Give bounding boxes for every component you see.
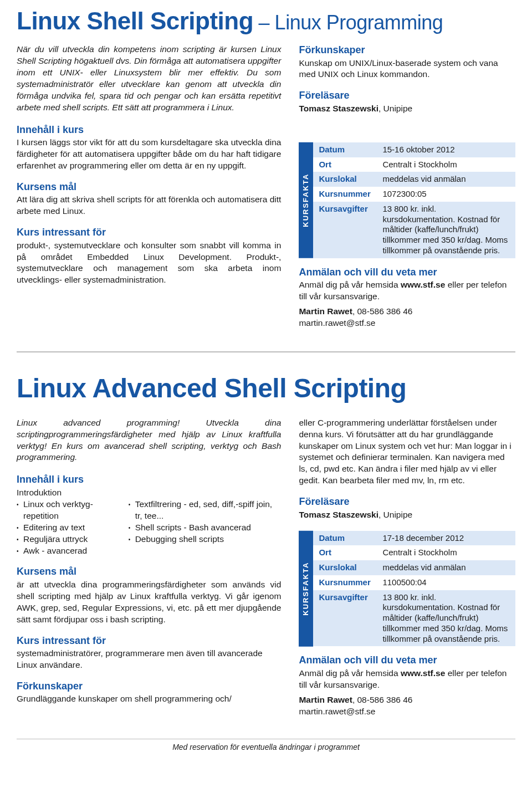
course2-list-col2: Textfiltrering - ed, sed, diff,-spiff jo…: [129, 499, 282, 557]
course2-anmalan-site: www.stf.se: [401, 668, 445, 678]
fakta-row-datum: Datum15-16 oktober 2012: [313, 142, 515, 157]
course2-anmalan-body: Anmäl dig på vår hemsida www.stf.se elle…: [299, 668, 515, 691]
fakta-row-kursavgifter: Kursavgifter13 800 kr. inkl. kursdokumen…: [313, 590, 515, 647]
course2-intressant-heading: Kurs intressant för: [17, 635, 281, 647]
list-item: Textfiltrering - ed, sed, diff,-spiff jo…: [129, 499, 282, 522]
course1-forkunskaper-heading: Förkunskaper: [299, 44, 515, 57]
kursfakta-tab-label: KURSFAKTA: [299, 531, 313, 647]
course2-innehall-heading: Innehåll i kurs: [17, 473, 281, 486]
course2-left-column: Linux advanced programming! Utveckla din…: [17, 417, 281, 718]
course2-forelasare-body: Tomasz Staszewski, Unipipe: [299, 509, 515, 521]
course1-anmalan-body: Anmäl dig på vår hemsida www.stf.se elle…: [299, 279, 515, 303]
fakta-row-datum: Datum17-18 december 2012: [313, 531, 515, 546]
course1-innehall-heading: Innehåll i kurs: [17, 124, 281, 136]
fakta-row-kurslokal: Kurslokalmeddelas vid anmälan: [313, 172, 515, 187]
course1-contact: Martin Rawet, 08-586 386 46 martin.rawet…: [299, 306, 515, 329]
course1-title-main: Linux Shell Scripting: [17, 7, 253, 34]
list-item: Linux och verktyg­repetition: [17, 499, 112, 522]
course1-intressant-heading: Kurs intressant för: [17, 226, 281, 239]
course1-forkunskaper-body: Kunskap om UNIX/Linux-baserade system oc…: [299, 58, 515, 81]
course1-anmalan-heading: Anmälan och vill du veta mer: [299, 266, 515, 279]
course2-contact-email: martin.rawet@stf.se: [299, 707, 375, 716]
fakta-row-ort: OrtCentralt i Stockholm: [313, 157, 515, 172]
list-item: Reguljära uttryck: [17, 534, 112, 545]
fakta-row-kurslokal: Kurslokalmeddelas vid anmälan: [313, 560, 515, 575]
course1-forelasare-body: Tomasz Staszewski, Unipipe: [299, 103, 515, 115]
course2-list-col1: Linux och verktyg­repetition Editering a…: [17, 499, 112, 557]
course2-innehall-intro: Introduktion: [17, 487, 281, 499]
course2-forkunskaper-left: Grundläggande kunskaper om shell program…: [17, 693, 281, 705]
course1-innehall-body: I kursen läggs stor vikt för att du som …: [17, 137, 281, 172]
course1-right-column: Förkunskaper Kunskap om UNIX/Linux-baser…: [299, 44, 515, 329]
course2-mal-heading: Kursens mål: [17, 565, 281, 578]
course1-fakta-table: Datum15-16 oktober 2012 OrtCentralt i St…: [313, 142, 515, 258]
course1-forelasare-heading: Föreläsare: [299, 89, 515, 102]
fakta-row-ort: OrtCentralt i Stockholm: [313, 545, 515, 560]
course2-forelasare-org: , Unipipe: [378, 510, 412, 519]
fakta-row-kursnummer: Kursnummer1072300:05: [313, 187, 515, 202]
course2-anmalan-heading: Anmälan och vill du veta mer: [299, 654, 515, 667]
course1-title-sub: – Linux Programming: [253, 11, 443, 34]
course2-intressant-body: systemadministratörer, programmerare men…: [17, 648, 281, 671]
course1-contact-phone: , 08-586 386 46: [352, 306, 413, 316]
course1-kursfakta: KURSFAKTA Datum15-16 oktober 2012 OrtCen…: [299, 142, 515, 258]
course-linux-advanced-shell-scripting: Linux Advanced Shell Scripting Linux adv…: [17, 366, 515, 734]
kursfakta-tab-label: KURSFAKTA: [299, 142, 313, 258]
course2-right-column: eller C-programmering underlättar förstå…: [299, 417, 515, 718]
fakta-row-kursnummer: Kursnummer1100500:04: [313, 575, 515, 590]
course1-intro: När du vill utveckla din kompetens inom …: [17, 44, 281, 114]
course2-forkunskaper-right: eller C-programmering underlättar förstå…: [299, 417, 515, 487]
course1-left-column: När du vill utveckla din kompetens inom …: [17, 44, 281, 329]
course1-intressant-body: produkt-, systemutvecklare och konsulter…: [17, 240, 281, 287]
divider: [17, 351, 515, 352]
list-item: Awk - avancerad: [17, 545, 112, 557]
course1-forelasare-org: , Unipipe: [378, 104, 412, 113]
list-item: Editering av text: [17, 522, 112, 534]
course2-forelasare-heading: Föreläsare: [299, 495, 515, 508]
footer-disclaimer: Med reservation för eventuella ändringar…: [17, 739, 515, 756]
course2-contact-phone: , 08-586 386 46: [352, 695, 413, 704]
list-item: Debugging shell scripts: [129, 534, 282, 545]
course1-title: Linux Shell Scripting – Linux Programmin…: [17, 6, 515, 36]
course2-kursfakta: KURSFAKTA Datum17-18 december 2012 OrtCe…: [299, 531, 515, 647]
course1-anmalan-site: www.stf.se: [401, 280, 445, 289]
course2-forkunskaper-heading: Förkunskaper: [17, 680, 281, 693]
course2-title: Linux Advanced Shell Scripting: [17, 372, 515, 405]
course1-contact-name: Martin Rawet: [299, 306, 352, 316]
course2-bullet-lists: Linux och verktyg­repetition Editering a…: [17, 499, 281, 557]
course2-contact: Martin Rawet, 08-586 386 46 martin.rawet…: [299, 694, 515, 718]
course2-fakta-table: Datum17-18 december 2012 OrtCentralt i S…: [313, 531, 515, 647]
course1-mal-heading: Kursens mål: [17, 181, 281, 193]
course2-contact-name: Martin Rawet: [299, 695, 352, 704]
fakta-row-kursavgifter: Kursavgifter13 800 kr. inkl. kursdokumen…: [313, 202, 515, 258]
course1-mal-body: Att lära dig att skriva shell scripts fö…: [17, 194, 281, 217]
course2-mal-body: är att utveckla dina programmeringsfärdi…: [17, 579, 281, 626]
course2-forelasare-name: Tomasz Staszewski: [299, 510, 378, 519]
course-linux-shell-scripting: Linux Shell Scripting – Linux Programmin…: [17, 0, 515, 346]
list-item: Shell scripts - Bash avancerad: [129, 522, 282, 534]
course2-intro: Linux advanced programming! Utveckla din…: [17, 417, 281, 464]
course1-contact-email: martin.rawet@stf.se: [299, 318, 375, 328]
course1-forelasare-name: Tomasz Staszewski: [299, 104, 378, 113]
